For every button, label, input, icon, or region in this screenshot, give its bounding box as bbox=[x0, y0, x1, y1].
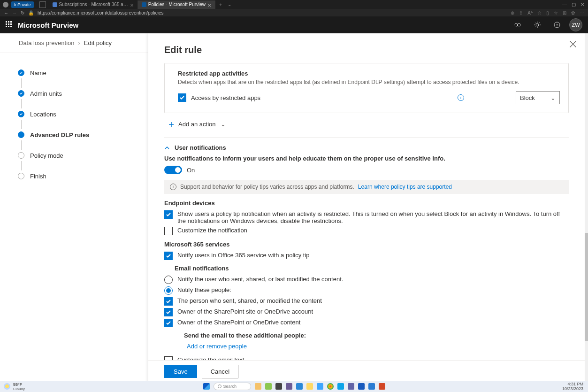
customize-notification-checkbox[interactable] bbox=[164, 227, 173, 235]
customize-email-label: Customize the email text bbox=[177, 356, 244, 360]
minimize-icon[interactable]: ― bbox=[562, 2, 567, 7]
policy-tips-link[interactable]: Learn where policy tips are supported bbox=[358, 184, 452, 190]
taskbar-app-icon[interactable] bbox=[275, 383, 282, 390]
check-icon bbox=[18, 90, 24, 97]
add-remove-people-link[interactable]: Add or remove people bbox=[187, 343, 569, 350]
wizard-step-locations[interactable]: Locations bbox=[18, 108, 138, 120]
share-icon[interactable]: ⇪ bbox=[519, 10, 523, 15]
close-icon[interactable]: ✕ bbox=[130, 3, 134, 7]
more-icon[interactable]: ⋯ bbox=[580, 10, 584, 15]
page-scrollbar[interactable] bbox=[585, 33, 588, 383]
person-sent-checkbox[interactable] bbox=[164, 297, 173, 306]
org-switcher-icon[interactable] bbox=[514, 21, 521, 29]
taskbar-search[interactable]: Search bbox=[214, 383, 251, 390]
app-launcher-icon[interactable] bbox=[6, 21, 13, 29]
start-icon[interactable] bbox=[203, 383, 210, 390]
m365-notify-checkbox[interactable] bbox=[164, 252, 173, 260]
office-icon[interactable] bbox=[379, 383, 385, 390]
taskbar-app-icon[interactable] bbox=[265, 383, 272, 390]
wizard-step-policy-mode[interactable]: Policy mode bbox=[18, 150, 138, 161]
notify-people-label: Notify these people: bbox=[177, 286, 231, 293]
zoom-icon[interactable]: ⊕ bbox=[511, 10, 514, 15]
wizard-step-finish[interactable]: Finish bbox=[18, 170, 138, 182]
tab-strip: Subscriptions - Microsoft 365 a… ✕ Polic… bbox=[37, 0, 234, 9]
taskbar-app-icon[interactable] bbox=[296, 383, 303, 390]
tab-dropdown-icon[interactable]: ⌄ bbox=[226, 2, 233, 7]
endpoint-policytip-label: Show users a policy tip notification whe… bbox=[177, 210, 569, 224]
toggle-state-label: On bbox=[187, 167, 195, 174]
owner-site-label: Owner of the SharePoint site or OneDrive… bbox=[177, 308, 313, 315]
owner-content-label: Owner of the SharePoint or OneDrive cont… bbox=[177, 319, 300, 326]
m365-services-header: Microsoft 365 services bbox=[164, 241, 569, 248]
taskbar-app-icon[interactable] bbox=[368, 383, 375, 390]
app-title: Microsoft Purview bbox=[18, 21, 78, 29]
scrollbar-thumb[interactable] bbox=[585, 233, 588, 341]
restricted-app-card: Restricted app activities Detects when a… bbox=[164, 63, 569, 113]
notify-sender-label: Notify the user who sent, shared, or las… bbox=[177, 276, 343, 283]
panel-title: Edit rule bbox=[164, 45, 569, 55]
browser-tab-0[interactable]: Subscriptions - Microsoft 365 a… ✕ bbox=[49, 0, 138, 9]
gear-icon[interactable] bbox=[534, 21, 541, 29]
read-aloud-icon[interactable]: Aᴬ bbox=[527, 10, 533, 15]
split-icon[interactable]: ▯ bbox=[546, 10, 549, 15]
favicon-icon bbox=[142, 2, 146, 7]
close-window-icon[interactable]: ✕ bbox=[580, 2, 584, 7]
wizard-step-admin-units[interactable]: Admin units bbox=[18, 88, 138, 99]
profile-icon[interactable] bbox=[3, 2, 8, 8]
restricted-desc: Detects when apps that are on the restri… bbox=[178, 79, 560, 85]
action-dropdown[interactable]: Block ⌄ bbox=[516, 91, 560, 104]
refresh-icon[interactable]: ↻ bbox=[21, 10, 24, 15]
taskbar-app-icon[interactable] bbox=[337, 383, 344, 390]
info-icon[interactable]: i bbox=[458, 94, 464, 101]
owner-site-checkbox[interactable] bbox=[164, 308, 173, 316]
chrome-icon[interactable] bbox=[327, 383, 334, 390]
user-notifications-toggle[interactable]: User notifications bbox=[164, 144, 569, 151]
explorer-icon[interactable] bbox=[255, 383, 261, 390]
browser-tab-1[interactable]: Policies - Microsoft Purview ✕ bbox=[138, 0, 215, 9]
collections-icon[interactable]: ⊞ bbox=[563, 10, 566, 15]
access-restricted-checkbox[interactable] bbox=[178, 93, 186, 102]
favorites-bar-icon[interactable]: ☆ bbox=[554, 10, 558, 15]
tab-actions-icon[interactable] bbox=[39, 1, 46, 8]
step-pending-icon bbox=[18, 152, 24, 159]
endpoint-devices-header: Endpoint devices bbox=[164, 200, 569, 207]
system-clock[interactable]: 4:31 PM 10/23/2023 bbox=[562, 382, 588, 391]
svg-point-1 bbox=[518, 23, 520, 26]
help-icon[interactable]: ? bbox=[553, 21, 561, 29]
cancel-button[interactable]: Cancel bbox=[202, 365, 238, 378]
windows-taskbar: 55°F Cloudy Search 4:31 PM 10/23/2023 bbox=[0, 381, 588, 392]
email-notifications-header: Email notifications bbox=[175, 265, 569, 272]
maximize-icon[interactable]: ▢ bbox=[572, 2, 576, 7]
taskbar-app-icon[interactable] bbox=[286, 383, 292, 390]
wizard-step-name[interactable]: Name bbox=[18, 67, 138, 78]
owner-content-checkbox[interactable] bbox=[164, 319, 173, 327]
taskbar-app-icon[interactable] bbox=[306, 383, 313, 390]
tab-title: Policies - Microsoft Purview bbox=[148, 2, 206, 7]
favorite-icon[interactable]: ☆ bbox=[537, 10, 542, 15]
lock-icon[interactable]: 🔒 bbox=[28, 10, 34, 15]
breadcrumb-root[interactable]: Data loss prevention bbox=[19, 39, 75, 46]
save-button[interactable]: Save bbox=[164, 365, 197, 378]
forward-icon[interactable]: → bbox=[12, 10, 17, 15]
extensions-icon[interactable]: ✿ bbox=[571, 10, 575, 15]
notifications-toggle[interactable] bbox=[164, 166, 182, 174]
edge-icon[interactable] bbox=[317, 383, 323, 390]
word-icon[interactable] bbox=[358, 383, 365, 390]
add-action-button[interactable]: Add an action ⌄ bbox=[164, 118, 569, 131]
notify-sender-radio[interactable] bbox=[164, 276, 173, 284]
customize-email-checkbox[interactable] bbox=[164, 356, 173, 360]
m365-notify-label: Notify users in Office 365 service with … bbox=[177, 252, 310, 259]
chevron-down-icon: ⌄ bbox=[221, 121, 226, 128]
notify-people-radio[interactable] bbox=[164, 286, 173, 295]
chevron-down-icon: ⌄ bbox=[550, 94, 556, 101]
endpoint-policytip-checkbox[interactable] bbox=[164, 210, 173, 219]
user-avatar[interactable]: ZW bbox=[569, 18, 582, 31]
wizard-step-advanced-rules[interactable]: Advanced DLP rules bbox=[18, 129, 138, 140]
back-icon[interactable]: ← bbox=[4, 10, 8, 15]
url-text[interactable]: https://compliance.microsoft.com/datalos… bbox=[38, 10, 507, 15]
new-tab-button[interactable]: ＋ bbox=[215, 1, 226, 8]
teams-icon[interactable] bbox=[348, 383, 354, 390]
close-icon[interactable]: ✕ bbox=[207, 3, 211, 7]
restricted-heading: Restricted app activities bbox=[178, 70, 560, 77]
weather-widget[interactable]: 55°F Cloudy bbox=[0, 382, 25, 391]
